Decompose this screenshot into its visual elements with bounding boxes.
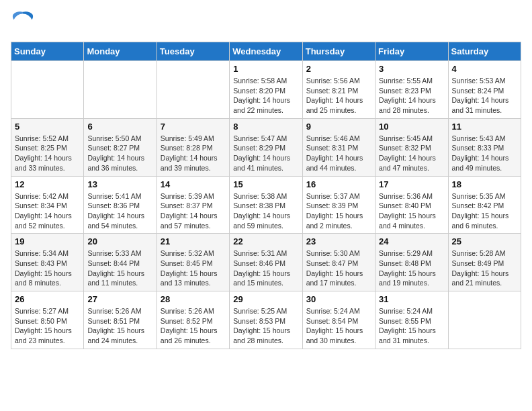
day-info: Sunrise: 5:26 AMSunset: 8:51 PMDaylight:… [87, 306, 152, 346]
day-cell: 14Sunrise: 5:39 AMSunset: 8:37 PMDayligh… [157, 176, 229, 234]
day-cell: 8Sunrise: 5:47 AMSunset: 8:29 PMDaylight… [230, 118, 302, 176]
week-row-4: 19Sunrise: 5:34 AMSunset: 8:43 PMDayligh… [11, 234, 521, 291]
day-info: Sunrise: 5:49 AMSunset: 8:28 PMDaylight:… [161, 134, 226, 173]
day-number: 18 [452, 179, 517, 189]
day-info: Sunrise: 5:28 AMSunset: 8:49 PMDaylight:… [452, 248, 517, 288]
weekday-header-monday: Monday [84, 42, 157, 61]
day-number: 30 [306, 294, 371, 304]
week-row-5: 26Sunrise: 5:27 AMSunset: 8:50 PMDayligh… [11, 291, 521, 349]
day-info: Sunrise: 5:45 AMSunset: 8:32 PMDaylight:… [379, 134, 444, 173]
day-info: Sunrise: 5:35 AMSunset: 8:42 PMDaylight:… [452, 191, 517, 231]
weekday-header-wednesday: Wednesday [230, 42, 302, 61]
day-number: 27 [87, 294, 152, 304]
day-cell: 28Sunrise: 5:26 AMSunset: 8:52 PMDayligh… [157, 291, 229, 349]
day-number: 17 [379, 179, 444, 189]
day-cell: 5Sunrise: 5:52 AMSunset: 8:25 PMDaylight… [11, 118, 84, 176]
day-info: Sunrise: 5:24 AMSunset: 8:54 PMDaylight:… [306, 306, 371, 346]
day-cell: 2Sunrise: 5:56 AMSunset: 8:21 PMDaylight… [302, 61, 375, 119]
day-number: 1 [233, 64, 298, 74]
day-cell: 12Sunrise: 5:42 AMSunset: 8:34 PMDayligh… [11, 176, 84, 234]
day-cell: 30Sunrise: 5:24 AMSunset: 8:54 PMDayligh… [302, 291, 375, 349]
day-info: Sunrise: 5:41 AMSunset: 8:36 PMDaylight:… [87, 191, 152, 231]
day-number: 3 [379, 64, 444, 74]
week-row-1: 1Sunrise: 5:58 AMSunset: 8:20 PMDaylight… [11, 61, 521, 119]
calendar: SundayMondayTuesdayWednesdayThursdayFrid… [11, 42, 521, 349]
day-cell: 16Sunrise: 5:37 AMSunset: 8:39 PMDayligh… [302, 176, 375, 234]
day-cell: 15Sunrise: 5:38 AMSunset: 8:38 PMDayligh… [230, 176, 302, 234]
week-row-3: 12Sunrise: 5:42 AMSunset: 8:34 PMDayligh… [11, 176, 521, 234]
day-number: 14 [161, 179, 226, 189]
weekday-header-friday: Friday [375, 42, 448, 61]
day-cell: 1Sunrise: 5:58 AMSunset: 8:20 PMDaylight… [230, 61, 302, 119]
day-info: Sunrise: 5:25 AMSunset: 8:53 PMDaylight:… [233, 306, 298, 346]
week-row-2: 5Sunrise: 5:52 AMSunset: 8:25 PMDaylight… [11, 118, 521, 176]
day-number: 7 [161, 122, 226, 132]
day-cell: 27Sunrise: 5:26 AMSunset: 8:51 PMDayligh… [84, 291, 157, 349]
header [11, 11, 521, 35]
day-number: 9 [306, 122, 371, 132]
day-cell: 19Sunrise: 5:34 AMSunset: 8:43 PMDayligh… [11, 234, 84, 291]
day-number: 31 [379, 294, 444, 304]
day-number: 19 [15, 236, 80, 246]
logo [11, 11, 38, 35]
day-cell: 20Sunrise: 5:33 AMSunset: 8:44 PMDayligh… [84, 234, 157, 291]
day-cell: 29Sunrise: 5:25 AMSunset: 8:53 PMDayligh… [230, 291, 302, 349]
day-number: 22 [233, 236, 298, 246]
day-info: Sunrise: 5:24 AMSunset: 8:55 PMDaylight:… [379, 306, 444, 346]
day-cell: 31Sunrise: 5:24 AMSunset: 8:55 PMDayligh… [375, 291, 448, 349]
day-info: Sunrise: 5:33 AMSunset: 8:44 PMDaylight:… [87, 248, 152, 288]
day-number: 6 [87, 122, 152, 132]
day-info: Sunrise: 5:56 AMSunset: 8:21 PMDaylight:… [306, 76, 371, 116]
day-number: 8 [233, 122, 298, 132]
day-number: 4 [452, 64, 517, 74]
day-info: Sunrise: 5:37 AMSunset: 8:39 PMDaylight:… [306, 191, 371, 231]
weekday-header-row: SundayMondayTuesdayWednesdayThursdayFrid… [11, 42, 521, 61]
day-info: Sunrise: 5:38 AMSunset: 8:38 PMDaylight:… [233, 191, 298, 231]
day-cell: 23Sunrise: 5:30 AMSunset: 8:47 PMDayligh… [302, 234, 375, 291]
day-info: Sunrise: 5:47 AMSunset: 8:29 PMDaylight:… [233, 134, 298, 173]
day-number: 2 [306, 64, 371, 74]
day-number: 12 [15, 179, 80, 189]
day-info: Sunrise: 5:46 AMSunset: 8:31 PMDaylight:… [306, 134, 371, 173]
day-cell: 7Sunrise: 5:49 AMSunset: 8:28 PMDaylight… [157, 118, 229, 176]
day-info: Sunrise: 5:27 AMSunset: 8:50 PMDaylight:… [15, 306, 80, 346]
day-cell [11, 61, 84, 119]
day-cell: 6Sunrise: 5:50 AMSunset: 8:27 PMDaylight… [84, 118, 157, 176]
day-info: Sunrise: 5:26 AMSunset: 8:52 PMDaylight:… [161, 306, 226, 346]
day-cell: 22Sunrise: 5:31 AMSunset: 8:46 PMDayligh… [230, 234, 302, 291]
day-number: 20 [87, 236, 152, 246]
day-info: Sunrise: 5:32 AMSunset: 8:45 PMDaylight:… [161, 248, 226, 288]
day-cell: 25Sunrise: 5:28 AMSunset: 8:49 PMDayligh… [448, 234, 521, 291]
day-info: Sunrise: 5:34 AMSunset: 8:43 PMDaylight:… [15, 248, 80, 288]
day-number: 21 [161, 236, 226, 246]
day-number: 24 [379, 236, 444, 246]
day-cell: 21Sunrise: 5:32 AMSunset: 8:45 PMDayligh… [157, 234, 229, 291]
day-info: Sunrise: 5:29 AMSunset: 8:48 PMDaylight:… [379, 248, 444, 288]
day-info: Sunrise: 5:52 AMSunset: 8:25 PMDaylight:… [15, 134, 80, 173]
day-cell: 3Sunrise: 5:55 AMSunset: 8:23 PMDaylight… [375, 61, 448, 119]
day-number: 26 [15, 294, 80, 304]
day-cell [157, 61, 229, 119]
day-cell [84, 61, 157, 119]
day-info: Sunrise: 5:53 AMSunset: 8:24 PMDaylight:… [452, 76, 517, 116]
weekday-header-thursday: Thursday [302, 42, 375, 61]
day-cell: 11Sunrise: 5:43 AMSunset: 8:33 PMDayligh… [448, 118, 521, 176]
day-number: 25 [452, 236, 517, 246]
day-cell: 10Sunrise: 5:45 AMSunset: 8:32 PMDayligh… [375, 118, 448, 176]
day-info: Sunrise: 5:30 AMSunset: 8:47 PMDaylight:… [306, 248, 371, 288]
day-number: 28 [161, 294, 226, 304]
day-cell: 9Sunrise: 5:46 AMSunset: 8:31 PMDaylight… [302, 118, 375, 176]
weekday-header-tuesday: Tuesday [157, 42, 229, 61]
logo-icon [11, 11, 35, 35]
day-number: 13 [87, 179, 152, 189]
day-info: Sunrise: 5:39 AMSunset: 8:37 PMDaylight:… [161, 191, 226, 231]
day-info: Sunrise: 5:50 AMSunset: 8:27 PMDaylight:… [87, 134, 152, 173]
day-cell: 18Sunrise: 5:35 AMSunset: 8:42 PMDayligh… [448, 176, 521, 234]
day-number: 5 [15, 122, 80, 132]
day-info: Sunrise: 5:43 AMSunset: 8:33 PMDaylight:… [452, 134, 517, 173]
day-number: 29 [233, 294, 298, 304]
day-cell [448, 291, 521, 349]
day-cell: 13Sunrise: 5:41 AMSunset: 8:36 PMDayligh… [84, 176, 157, 234]
day-info: Sunrise: 5:42 AMSunset: 8:34 PMDaylight:… [15, 191, 80, 231]
day-number: 11 [452, 122, 517, 132]
